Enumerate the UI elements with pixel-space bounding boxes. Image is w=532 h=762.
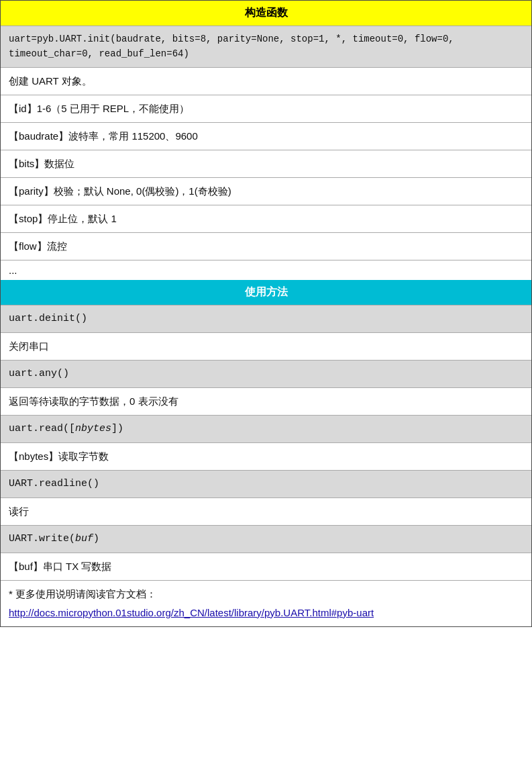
constructor-signature: uart=pyb.UART.init(baudrate, bits=8, par… (1, 26, 531, 67)
constructor-header: 构造函数 (1, 1, 531, 26)
param-id: 【id】1-6（5 已用于 REPL，不能使用） (1, 95, 531, 122)
method-readline-sig: UART.readline() (1, 470, 531, 497)
method-readline-desc: 读行 (1, 497, 531, 525)
method-deinit-sig: uart.deinit() (1, 305, 531, 332)
footer-link[interactable]: http://docs.micropython.01studio.org/zh_… (9, 605, 523, 621)
param-stop: 【stop】停止位，默认 1 (1, 205, 531, 232)
method-any-desc: 返回等待读取的字节数据，0 表示没有 (1, 387, 531, 415)
constructor-desc: 创建 UART 对象。 (1, 67, 531, 95)
usage-header: 使用方法 (1, 280, 531, 305)
method-any-sig: uart.any() (1, 360, 531, 387)
method-write-desc: 【buf】串口 TX 写数据 (1, 553, 531, 580)
ellipsis: ... (1, 260, 531, 280)
param-bits: 【bits】数据位 (1, 150, 531, 177)
footer-note: * 更多使用说明请阅读官方文档： (9, 586, 523, 602)
method-write-sig: UART.write(buf) (1, 525, 531, 553)
param-flow: 【flow】流控 (1, 232, 531, 260)
method-read-sig: uart.read([nbytes]) (1, 415, 531, 442)
footer-section: * 更多使用说明请阅读官方文档： http://docs.micropython… (1, 580, 531, 626)
param-baudrate: 【baudrate】波特率，常用 115200、9600 (1, 122, 531, 150)
main-container: 构造函数 uart=pyb.UART.init(baudrate, bits=8… (0, 0, 532, 627)
method-read-desc: 【nbytes】读取字节数 (1, 442, 531, 470)
method-deinit-desc: 关闭串口 (1, 332, 531, 360)
param-parity: 【parity】校验；默认 None, 0(偶校验)，1(奇校验) (1, 177, 531, 205)
